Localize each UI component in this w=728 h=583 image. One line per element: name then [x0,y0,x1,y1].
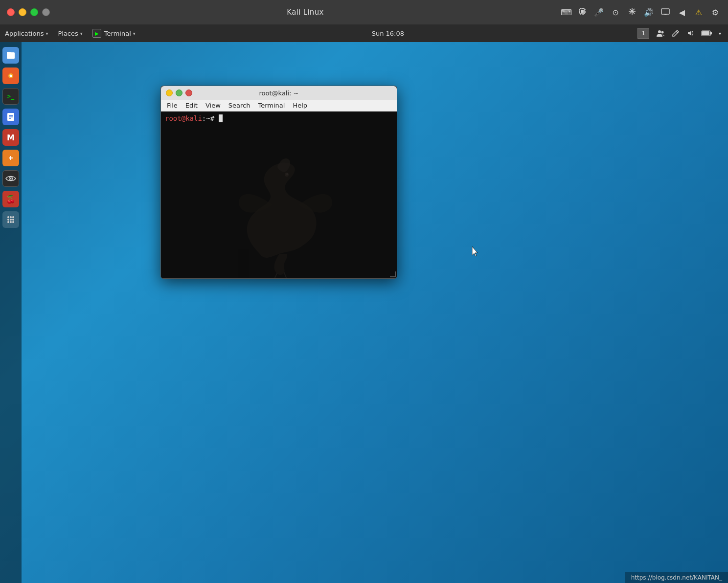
applications-arrow: ▾ [46,31,48,36]
network-icon[interactable] [627,7,637,18]
sidebar-mail-icon[interactable]: M [2,129,19,146]
sidebar-notes-icon[interactable] [2,109,19,125]
svg-rect-18 [661,9,669,14]
terminal-terminal-menu[interactable]: Terminal [254,100,289,111]
svg-point-46 [12,221,14,223]
warning-icon[interactable]: ⚠ [694,8,704,17]
svg-rect-25 [710,32,712,34]
titlebar-title: Kali Linux [50,8,561,17]
terminal-cursor [219,114,223,122]
titlebar: Kali Linux ⌨ [0,0,728,24]
panel-dropdown-icon[interactable]: ▾ [717,24,723,42]
panel-left: Applications ▾ Places ▾ ▶ Terminal ▾ [0,24,140,42]
terminal-menubar: File Edit View Search Terminal Help [161,100,397,112]
panel-clock[interactable]: Sun 16:08 [140,30,636,37]
display-icon[interactable] [660,8,670,17]
extra-button[interactable] [42,8,50,16]
terminal-window[interactable]: root@kali: ~ File Edit View Search Termi… [160,86,397,279]
terminal-prompt-space [214,114,218,122]
places-label: Places [58,30,78,37]
workspace-number[interactable]: 1 [636,24,651,42]
svg-rect-28 [7,52,11,53]
svg-rect-26 [702,32,709,35]
target-icon[interactable]: ⊙ [611,8,620,17]
titlebar-traffic-lights [0,8,50,16]
mouse-cursor [472,247,478,256]
close-button[interactable] [7,8,15,16]
svg-point-44 [7,221,9,223]
sidebar-apps-icon[interactable] [2,211,19,228]
terminal-dragon-watermark [230,156,338,273]
terminal-prompt-line: root@kali :~# [165,114,393,122]
terminal-body[interactable]: root@kali :~# [161,112,397,278]
url-text: https://blog.csdn.net/KANITAN_ [631,574,722,581]
applications-label: Applications [5,30,44,37]
sidebar-eye-icon[interactable] [2,170,19,187]
sidebar-firefox-icon[interactable] [2,67,19,84]
settings-icon[interactable]: ⚙ [710,8,720,17]
sidebar-cherry-icon[interactable]: 🍒 [2,191,19,207]
keyboard-icon[interactable]: ⌨ [561,8,570,17]
terminal-title-text: root@kali: ~ [259,90,299,97]
titlebar-icons: ⌨ [561,7,728,18]
sidebar-files-icon[interactable] [2,47,19,64]
terminal-menu-icon: ▶ [92,29,101,38]
workspace-num-display: 1 [637,28,649,39]
terminal-file-menu[interactable]: File [163,100,182,111]
terminal-maximize-button[interactable] [185,90,192,96]
terminal-edit-menu[interactable]: Edit [182,100,202,111]
users-icon[interactable] [654,24,667,42]
svg-point-31 [10,75,12,77]
terminal-view-menu[interactable]: View [202,100,225,111]
pencil-icon[interactable] [670,24,682,42]
terminal-prompt-separator: :~# [202,114,214,122]
terminal-close-button[interactable] [166,90,173,96]
svg-point-48 [286,173,288,175]
url-bar: https://blog.csdn.net/KANITAN_ [625,572,728,583]
svg-point-45 [10,221,12,223]
svg-point-41 [7,219,9,221]
sidebar-burpsuite-icon[interactable] [2,150,19,166]
back-arrow-icon[interactable]: ◀ [677,8,687,17]
svg-rect-1 [581,10,584,13]
svg-point-22 [661,31,663,34]
terminal-traffic-lights [161,90,192,96]
sidebar: >_ M 🍒 [0,42,22,583]
svg-point-37 [10,178,12,179]
terminal-search-menu[interactable]: Search [225,100,254,111]
cpu-icon[interactable] [577,7,587,18]
svg-point-38 [7,216,9,218]
panel-right: 1 [636,24,728,42]
panel-volume-icon[interactable] [684,24,696,42]
terminal-resize-handle[interactable] [390,271,396,277]
panel: Applications ▾ Places ▾ ▶ Terminal ▾ Sun… [0,24,728,42]
terminal-minimize-button[interactable] [176,90,182,96]
svg-point-42 [10,219,12,221]
svg-line-23 [676,31,678,33]
sidebar-terminal-icon[interactable]: >_ [2,88,19,105]
terminal-titlebar: root@kali: ~ [161,86,397,100]
svg-point-39 [10,216,12,218]
svg-point-40 [12,216,14,218]
volume-icon[interactable]: 🔊 [644,8,654,17]
svg-point-43 [12,219,14,221]
applications-menu[interactable]: Applications ▾ [0,24,53,42]
desktop: Kali Linux ⌨ [0,0,728,583]
svg-point-21 [658,30,661,33]
terminal-menu[interactable]: ▶ Terminal ▾ [88,24,140,42]
terminal-label: Terminal [104,30,131,37]
maximize-button[interactable] [30,8,38,16]
terminal-help-menu[interactable]: Help [289,100,311,111]
minimize-button[interactable] [19,8,26,16]
terminal-prompt-red: root@kali [165,114,202,122]
battery-icon[interactable] [699,24,714,42]
terminal-arrow: ▾ [133,31,136,36]
places-arrow: ▾ [80,31,83,36]
microphone-icon[interactable]: 🎤 [594,8,604,17]
places-menu[interactable]: Places ▾ [53,24,87,42]
